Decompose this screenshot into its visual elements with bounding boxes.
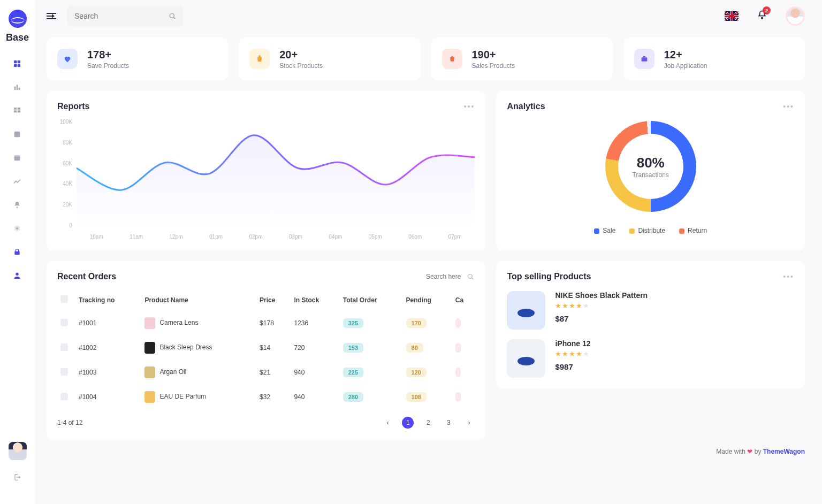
sidebar-user-icon[interactable] bbox=[13, 271, 22, 281]
row-checkbox[interactable] bbox=[60, 343, 68, 351]
svg-rect-9 bbox=[14, 110, 17, 112]
product-item[interactable]: NIKE Shoes Black Pattern ★★★★★ $87 bbox=[507, 291, 794, 330]
page-button[interactable]: 3 bbox=[443, 417, 454, 429]
sidebar-list-icon[interactable] bbox=[13, 130, 22, 140]
svg-point-22 bbox=[517, 309, 535, 317]
sidebar-dashboard-icon[interactable] bbox=[13, 59, 22, 69]
product-thumb bbox=[144, 317, 155, 329]
table-row[interactable]: #1003 Argan Oil $21 940 225 120 bbox=[57, 360, 475, 385]
sidebar-toggle-icon[interactable] bbox=[47, 11, 58, 21]
sidebar-logout-icon[interactable] bbox=[13, 473, 22, 483]
svg-point-17 bbox=[16, 273, 18, 276]
svg-rect-6 bbox=[18, 88, 20, 90]
legend-item: Return bbox=[679, 227, 707, 234]
sidebar-lock-icon[interactable] bbox=[13, 248, 22, 257]
row-checkbox[interactable] bbox=[60, 319, 68, 326]
row-checkbox[interactable] bbox=[60, 393, 68, 400]
notification-bell[interactable]: 2 bbox=[757, 10, 767, 22]
x-tick: 04pm bbox=[316, 234, 355, 240]
legend-dot-icon bbox=[629, 228, 635, 234]
heart-icon: ❤ bbox=[747, 448, 752, 455]
reports-more-icon[interactable]: ••• bbox=[464, 102, 475, 111]
topbar: 2 bbox=[35, 0, 817, 32]
pagination-next-icon[interactable]: › bbox=[463, 417, 475, 429]
top-selling-more-icon[interactable]: ••• bbox=[783, 272, 794, 281]
sidebar-avatar[interactable] bbox=[9, 442, 27, 460]
svg-rect-10 bbox=[17, 110, 20, 112]
brand-logo[interactable] bbox=[9, 10, 27, 28]
x-tick: 11am bbox=[116, 234, 156, 240]
total-order-badge: 153 bbox=[343, 343, 363, 353]
orders-column-header: Product Name bbox=[141, 289, 256, 311]
user-avatar[interactable] bbox=[786, 6, 805, 26]
stock-cell: 1236 bbox=[291, 311, 339, 335]
heart-icon bbox=[57, 49, 78, 69]
product-item[interactable]: iPhone 12 ★★★★★ $987 bbox=[507, 339, 794, 378]
global-search[interactable] bbox=[67, 6, 184, 26]
y-tick: 100K bbox=[57, 119, 72, 125]
sidebar-trend-icon[interactable] bbox=[13, 177, 22, 187]
donut-label: Transactions bbox=[633, 171, 669, 179]
pagination-prev-icon[interactable]: ‹ bbox=[382, 417, 393, 429]
svg-rect-4 bbox=[14, 87, 16, 90]
orders-column-header: Price bbox=[256, 289, 291, 311]
y-tick: 60K bbox=[57, 161, 72, 166]
sidebar-charts-icon[interactable] bbox=[13, 83, 22, 93]
row-checkbox[interactable] bbox=[60, 368, 68, 376]
analytics-more-icon[interactable]: ••• bbox=[783, 102, 794, 111]
svg-point-19 bbox=[762, 18, 763, 19]
footer-brand-link[interactable]: ThemeWagon bbox=[763, 448, 805, 455]
pending-badge: 170 bbox=[406, 318, 427, 328]
language-flag-icon[interactable] bbox=[725, 11, 739, 21]
orders-column-header: Tracking no bbox=[75, 289, 141, 311]
canceled-badge bbox=[455, 343, 461, 353]
svg-rect-5 bbox=[16, 85, 18, 90]
footer: Made with ❤ by ThemeWagon bbox=[35, 445, 817, 455]
stat-value: 20+ bbox=[279, 49, 323, 61]
tracking-no: #1004 bbox=[75, 385, 141, 409]
tracking-no: #1003 bbox=[75, 360, 141, 385]
product-thumb bbox=[144, 366, 155, 378]
sidebar: Base bbox=[0, 0, 35, 504]
product-name: iPhone 12 bbox=[555, 339, 590, 348]
footer-by: by bbox=[755, 448, 762, 455]
analytics-card: Analytics ••• 80% Transactions SaleDistr… bbox=[496, 91, 805, 250]
legend-item: Sale bbox=[594, 227, 615, 234]
pending-badge: 108 bbox=[406, 392, 427, 402]
orders-search[interactable] bbox=[402, 272, 475, 281]
orders-card: Recent Orders Tracking noProduct NamePri… bbox=[47, 261, 485, 439]
search-input[interactable] bbox=[74, 12, 168, 20]
stock-cell: 940 bbox=[291, 360, 339, 385]
y-tick: 80K bbox=[57, 140, 72, 146]
total-order-badge: 225 bbox=[343, 368, 363, 377]
page-button[interactable]: 2 bbox=[422, 417, 434, 429]
search-icon bbox=[466, 272, 475, 281]
product-image bbox=[507, 339, 545, 378]
table-row[interactable]: #1004 EAU DE Parfum $32 940 280 108 bbox=[57, 385, 475, 409]
y-tick: 20K bbox=[57, 202, 72, 208]
page-button[interactable]: 1 bbox=[402, 417, 414, 429]
orders-column-header: Ca bbox=[452, 289, 475, 311]
orders-title: Recent Orders bbox=[57, 272, 116, 281]
sidebar-calendar-icon[interactable] bbox=[13, 154, 22, 163]
stat-card: 12+ Job Application bbox=[623, 37, 805, 80]
stock-cell: 720 bbox=[291, 335, 339, 360]
briefcase-icon bbox=[634, 49, 654, 69]
analytics-title: Analytics bbox=[507, 102, 545, 111]
orders-search-input[interactable] bbox=[402, 273, 461, 280]
sidebar-settings-icon[interactable] bbox=[13, 224, 22, 234]
table-row[interactable]: #1001 Camera Lens $178 1236 325 170 bbox=[57, 311, 475, 335]
sidebar-blocks-icon[interactable] bbox=[13, 106, 22, 116]
product-rating: ★★★★★ bbox=[555, 350, 590, 358]
product-price: $987 bbox=[555, 362, 590, 371]
table-row[interactable]: #1002 Black Sleep Dress $14 720 153 80 bbox=[57, 335, 475, 360]
select-all-checkbox[interactable] bbox=[60, 295, 68, 303]
legend-dot-icon bbox=[594, 228, 599, 234]
price-cell: $32 bbox=[256, 385, 291, 409]
svg-rect-0 bbox=[14, 60, 17, 63]
product-rating: ★★★★★ bbox=[555, 302, 648, 310]
sidebar-bell-icon[interactable] bbox=[13, 201, 22, 210]
svg-rect-8 bbox=[17, 108, 20, 110]
analytics-donut-chart: 80% Transactions bbox=[605, 121, 696, 212]
price-cell: $14 bbox=[256, 335, 291, 360]
